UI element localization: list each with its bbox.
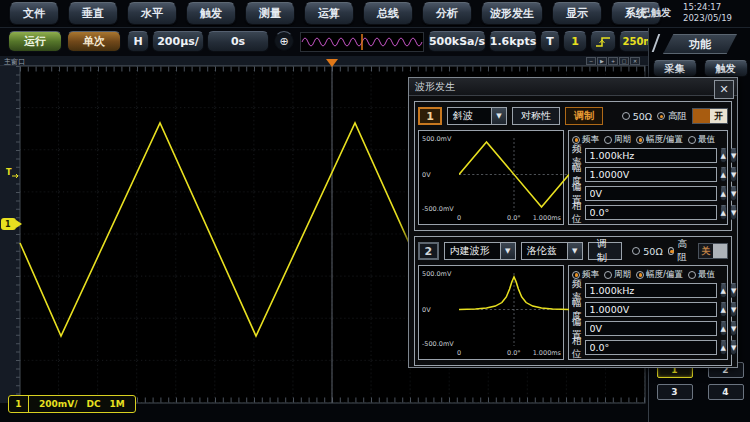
menu-bar: 文件 垂直 水平 触发 测量 运算 总线 分析 波形发生 显示 系统 已触发 1… [0, 0, 750, 28]
channel-3-button[interactable]: 3 [657, 384, 693, 400]
decrement-icon[interactable]: ▼ [730, 167, 737, 182]
increment-icon[interactable]: ▲ [720, 321, 727, 336]
play-icon[interactable]: ▶ [597, 57, 607, 65]
decrement-icon[interactable]: ▼ [730, 205, 737, 220]
channel1-scale: 200mV/ [39, 399, 77, 409]
channel1-badge-number: 1 [9, 396, 29, 412]
gen2-load-hiz-radio[interactable]: 高阻 [668, 238, 693, 264]
gen2-minmax-mode-radio[interactable]: 最值 [688, 269, 715, 281]
gen2-amplitude-input[interactable] [585, 302, 717, 317]
channel-4-button[interactable]: 4 [708, 384, 744, 400]
trigger-level-marker[interactable]: T [6, 168, 12, 177]
x-right-label: 1.000ms [533, 349, 561, 357]
decrement-icon[interactable]: ▼ [730, 340, 737, 355]
gen1-load-hiz-radio[interactable]: 高阻 [657, 110, 687, 123]
horizontal-offset-button[interactable]: 0s [207, 31, 269, 52]
menu-analyze[interactable]: 分析 [422, 2, 472, 25]
gen2-period-mode-radio[interactable]: 周期 [604, 269, 631, 281]
gen1-channel-button[interactable]: 1 [418, 107, 442, 125]
add-icon[interactable]: + [608, 57, 618, 65]
timebase-button[interactable]: 200μs/ [152, 31, 204, 52]
gen2-wavetype-select[interactable]: 洛伦兹 ▼ [521, 242, 583, 260]
menu-measure[interactable]: 测量 [245, 2, 295, 25]
gen1-offset-input[interactable] [585, 186, 717, 201]
scope-window-header: 主窗口 [0, 56, 648, 66]
single-button[interactable]: 单次 [67, 31, 121, 52]
run-button[interactable]: 运行 [8, 31, 62, 52]
menu-vertical[interactable]: 垂直 [68, 2, 118, 25]
decrement-icon[interactable]: ▼ [730, 186, 737, 201]
gen2-phase-input[interactable] [585, 340, 717, 355]
restore-icon[interactable]: □ [619, 57, 629, 65]
minimize-icon[interactable]: − [586, 57, 596, 65]
overview-sine-icon [301, 33, 423, 51]
radio-unselected-icon [688, 136, 696, 144]
gen2-frequency-input[interactable] [585, 283, 717, 298]
trigger-source-button[interactable]: 1 [563, 31, 587, 52]
horizontal-badge[interactable]: H [127, 31, 149, 52]
gen1-phase-input[interactable] [585, 205, 717, 220]
gen1-amplitude-input[interactable] [585, 167, 717, 182]
decrement-icon[interactable]: ▼ [730, 302, 737, 317]
menu-trigger[interactable]: 触发 [186, 2, 236, 25]
increment-icon[interactable]: ▲ [720, 340, 727, 355]
decrement-icon[interactable]: ▼ [730, 148, 737, 163]
channel1-badge[interactable]: 1 200mV/ DC 1M [8, 395, 136, 413]
increment-icon[interactable]: ▲ [720, 302, 727, 317]
function-button[interactable]: 功能 [663, 34, 737, 54]
acquire-button[interactable]: 采集 [653, 60, 697, 77]
gen2-load-50-radio[interactable]: 50Ω [632, 246, 662, 257]
trigger-menu-button[interactable]: 触发 [704, 60, 748, 77]
gen2-output-toggle[interactable]: 关 [698, 243, 728, 259]
menu-horizontal[interactable]: 水平 [127, 2, 177, 25]
scope-window-title: 主窗口 [4, 57, 25, 67]
increment-icon[interactable]: ▲ [720, 186, 727, 201]
menu-bus[interactable]: 总线 [363, 2, 413, 25]
scope-window-controls: − ▶ + □ ✕ [586, 57, 640, 65]
gen1-ampl-mode-radio[interactable]: 幅度/偏置 [636, 134, 683, 146]
trigger-slope-icon[interactable] [590, 31, 616, 52]
gen1-load-hiz-label: 高阻 [668, 110, 687, 123]
gen2-category-select[interactable]: 内建波形 ▼ [444, 242, 516, 260]
menu-wavegen[interactable]: 波形发生 [481, 2, 543, 25]
period-mode-label: 周期 [614, 269, 631, 281]
gen1-output-toggle[interactable]: 开 [692, 108, 728, 124]
trigger-badge[interactable]: T [540, 31, 560, 52]
radio-selected-icon [657, 112, 665, 120]
gen2-channel-button[interactable]: 2 [418, 242, 439, 260]
decrement-icon[interactable]: ▼ [730, 283, 737, 298]
gen2-offset-input[interactable] [585, 321, 717, 336]
close-window-icon[interactable]: ✕ [630, 57, 640, 65]
gen2-ampl-mode-radio[interactable]: 幅度/偏置 [636, 269, 683, 281]
dialog-close-icon[interactable]: ✕ [714, 80, 734, 99]
radio-selected-icon [668, 247, 675, 255]
gen2-modulation-button[interactable]: 调制 [588, 242, 623, 260]
channel1-impedance: 1M [110, 399, 125, 409]
decrement-icon[interactable]: ▼ [730, 321, 737, 336]
period-mode-label: 周期 [614, 134, 631, 146]
gen1-symmetry-button[interactable]: 对称性 [512, 107, 560, 125]
zoom-icon[interactable]: ⊕ [274, 31, 294, 51]
menu-file[interactable]: 文件 [9, 2, 59, 25]
menu-math[interactable]: 运算 [304, 2, 354, 25]
gen1-wavetype-select[interactable]: 斜波 ▼ [447, 107, 507, 125]
gen1-modulation-button[interactable]: 调制 [565, 107, 603, 125]
gen1-load-50-radio[interactable]: 50Ω [622, 111, 652, 122]
increment-icon[interactable]: ▲ [720, 167, 727, 182]
increment-icon[interactable]: ▲ [720, 148, 727, 163]
increment-icon[interactable]: ▲ [720, 205, 727, 220]
gen1-phase-label: 相位 [572, 200, 582, 226]
trigger-level-arrow-icon [12, 174, 18, 178]
dialog-title: 波形发生 [415, 80, 455, 94]
gen1-frequency-input[interactable] [585, 148, 717, 163]
memory-depth-label: 1.6kpts [489, 31, 537, 52]
channel1-ground-marker[interactable]: 1 [1, 218, 22, 230]
waveform-overview-strip[interactable] [300, 32, 424, 52]
menu-display[interactable]: 显示 [552, 2, 602, 25]
status-area: 已触发 15:24:17 2023/05/19 [641, 2, 732, 24]
increment-icon[interactable]: ▲ [720, 283, 727, 298]
gen1-period-mode-radio[interactable]: 周期 [604, 134, 631, 146]
dialog-title-bar[interactable]: 波形发生 [409, 78, 737, 96]
toggle-knob [693, 109, 710, 123]
gen1-minmax-mode-radio[interactable]: 最值 [688, 134, 715, 146]
